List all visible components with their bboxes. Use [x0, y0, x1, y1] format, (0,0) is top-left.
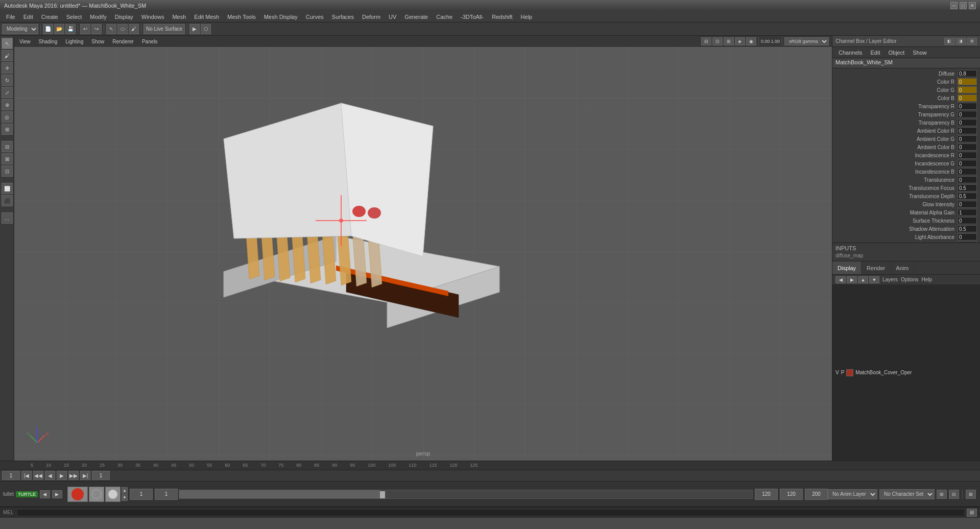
range-slider[interactable] — [179, 490, 753, 499]
thumb-arrows[interactable]: ▲ ▼ — [122, 487, 128, 501]
channel-value-input[interactable] — [958, 111, 977, 118]
range-thumb[interactable] — [380, 491, 385, 498]
menu-deform[interactable]: Deform — [358, 13, 385, 21]
prev-key-btn[interactable]: ◀◀ — [33, 471, 43, 480]
bottom-right-btn[interactable]: ⊠ — [966, 490, 976, 499]
help-menu[interactable]: Help — [921, 277, 932, 282]
menu-generate[interactable]: Generate — [400, 13, 432, 21]
channel-row[interactable]: Color G — [832, 86, 980, 94]
minimize-button[interactable]: ─ — [950, 2, 958, 9]
goto-start-btn[interactable]: |◀ — [21, 471, 32, 480]
channel-value-input[interactable] — [958, 152, 977, 159]
tab-show[interactable]: Show — [910, 49, 930, 57]
mel-input[interactable] — [17, 509, 965, 516]
channel-row[interactable]: Ambient Color R — [832, 127, 980, 135]
channel-value-input[interactable] — [958, 193, 977, 200]
char-set-btn-2[interactable]: ⊟ — [949, 490, 959, 499]
channel-value-input[interactable] — [958, 86, 977, 93]
vp-lighting-menu[interactable]: Lighting — [63, 38, 85, 45]
channel-value-input[interactable] — [958, 217, 977, 224]
channel-row[interactable]: Glow Intensity — [832, 200, 980, 208]
vp-ico-btn-3[interactable]: ⊞ — [724, 37, 734, 45]
color-profile-dropdown[interactable]: sRGB gamma — [784, 37, 829, 45]
menu-uv[interactable]: UV — [385, 13, 400, 21]
channel-value-input[interactable] — [958, 127, 977, 134]
channel-row[interactable]: Shadow Attenuation — [832, 225, 980, 233]
channel-row[interactable]: Color R — [832, 78, 980, 86]
paint-sel-btn[interactable]: 🖌 — [129, 24, 139, 34]
channel-value-input[interactable] — [958, 103, 977, 110]
channel-row[interactable]: Incandescence G — [832, 159, 980, 167]
thumb-sphere-2[interactable] — [89, 487, 104, 502]
bottom-frame-input[interactable] — [130, 489, 153, 500]
menu-mesh-tools[interactable]: Mesh Tools — [223, 13, 259, 21]
menu-redshift[interactable]: Redshift — [488, 13, 516, 21]
menu-windows[interactable]: Windows — [137, 13, 169, 21]
channel-row[interactable]: Color B — [832, 94, 980, 102]
move-tool[interactable]: ✛ — [2, 62, 13, 74]
disp-tab-display[interactable]: Display — [832, 261, 862, 275]
redo-btn[interactable]: ↪ — [91, 24, 102, 34]
layer-item[interactable]: V P MatchBook_Cover_Oper — [835, 369, 912, 376]
channel-value-input[interactable] — [958, 184, 977, 191]
window-controls[interactable]: ─ □ ✕ — [950, 2, 976, 9]
channel-row[interactable]: Ambient Color G — [832, 135, 980, 143]
ipr-btn[interactable]: ⬡ — [201, 24, 211, 34]
layer-arrow-back[interactable]: ◀ — [835, 276, 846, 283]
open-file-btn[interactable]: 📂 — [54, 24, 64, 34]
menu-modify[interactable]: Modify — [86, 13, 110, 21]
channel-row[interactable]: Translucence Depth — [832, 192, 980, 200]
anim-layer-dropdown[interactable]: No Anim Layer — [828, 489, 877, 499]
menu-file[interactable]: File — [2, 13, 19, 21]
channel-value-input[interactable] — [958, 70, 977, 77]
select-tool-left[interactable]: ↖ — [2, 38, 13, 49]
max-frame-input[interactable] — [780, 489, 803, 500]
channel-row[interactable]: Ambient Color B — [832, 143, 980, 151]
snap-grid-btn[interactable]: ⊟ — [2, 141, 13, 152]
snap-surface-btn[interactable]: ⊡ — [2, 165, 13, 177]
channel-row[interactable]: Transparency B — [832, 118, 980, 127]
thumb-sphere-3[interactable] — [105, 487, 121, 502]
menu-edit-mesh[interactable]: Edit Mesh — [190, 13, 223, 21]
render-btn[interactable]: ▶ — [189, 24, 200, 34]
max-end-frame-input[interactable] — [805, 489, 828, 500]
channel-value-input[interactable] — [958, 176, 977, 183]
undo-btn[interactable]: ↩ — [80, 24, 90, 34]
char-set-btn-1[interactable]: ⊞ — [937, 490, 947, 499]
vp-view-menu[interactable]: View — [17, 38, 33, 45]
snap-curve-btn[interactable]: ⊠ — [2, 153, 13, 164]
menu-mesh-display[interactable]: Mesh Display — [260, 13, 302, 21]
rp-btn-2[interactable]: ◨ — [955, 38, 966, 45]
status-right-btn[interactable]: ⊞ — [967, 509, 977, 517]
next-frame-btn[interactable]: ▶▶ — [68, 471, 79, 480]
scale-tool[interactable]: ⤢ — [2, 87, 13, 98]
vp-ico-btn-4[interactable]: ◈ — [735, 37, 745, 45]
channel-value-input[interactable] — [958, 119, 977, 126]
channel-value-input[interactable] — [958, 143, 977, 151]
channel-row[interactable]: Surface Thickness — [832, 217, 980, 225]
vp-ico-btn-2[interactable]: ⊡ — [712, 37, 723, 45]
bottom-frame-input2[interactable] — [155, 489, 178, 500]
menu-help[interactable]: Help — [517, 13, 537, 21]
menu-curves[interactable]: Curves — [302, 13, 328, 21]
vp-renderer-menu[interactable]: Renderer — [110, 38, 136, 45]
channel-value-input[interactable] — [958, 160, 977, 167]
channel-value-input[interactable] — [958, 168, 977, 175]
soft-mod-tool[interactable]: ◎ — [2, 111, 13, 123]
channel-row[interactable]: Light Absorbance — [832, 233, 980, 241]
channel-row[interactable]: Material Alpha Gain — [832, 208, 980, 217]
close-button[interactable]: ✕ — [969, 2, 976, 9]
prev-frame-btn[interactable]: ◀ — [45, 471, 55, 480]
channel-row[interactable]: Incandescence R — [832, 151, 980, 159]
layer-arrow-up[interactable]: ▲ — [858, 276, 868, 283]
display-layer-btn[interactable]: ⬜ — [2, 183, 13, 194]
paint-tool-left[interactable]: 🖌 — [2, 50, 13, 61]
menu-create[interactable]: Create — [37, 13, 62, 21]
range-handle[interactable] — [179, 490, 380, 498]
universal-tool[interactable]: ⊕ — [2, 99, 13, 110]
more-tools-btn[interactable]: … — [2, 212, 13, 224]
disp-tab-anim[interactable]: Anim — [891, 261, 914, 275]
menu-display[interactable]: Display — [111, 13, 137, 21]
disp-tab-render[interactable]: Render — [862, 261, 891, 275]
channel-row[interactable]: Diffuse — [832, 69, 980, 78]
